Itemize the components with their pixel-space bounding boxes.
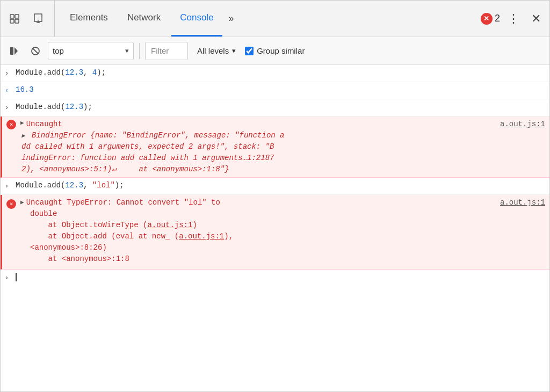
error-line-2: at Object.toWireType (a.out.js:1) [30, 220, 545, 231]
error-details: ▶ BindingError {name: "BindingError", me… [21, 130, 545, 175]
error-title: Uncaught [26, 119, 62, 130]
error-count: 2 [495, 13, 500, 24]
levels-label: All levels [197, 46, 229, 55]
svg-rect-4 [10, 47, 13, 55]
svg-rect-3 [15, 19, 19, 23]
error-line-5: at <anonymous>:1:8 [30, 253, 545, 265]
levels-dropdown[interactable]: All levels ▾ [191, 42, 242, 60]
svg-line-7 [33, 48, 39, 54]
error-icon-2: ✕ [6, 199, 16, 209]
context-label: top [53, 46, 121, 55]
svg-marker-5 [15, 47, 18, 55]
error-line-1: double [30, 208, 545, 220]
toolbar-divider [139, 43, 140, 59]
row-content: Module.add(12.3, 4); [16, 67, 545, 78]
input-content [16, 272, 545, 283]
error-title-2: Uncaught TypeError: Cannot convert "lol"… [26, 197, 545, 208]
close-button[interactable]: ✕ [527, 10, 545, 28]
console-input-row[interactable]: › [1, 270, 549, 287]
svg-rect-1 [15, 14, 19, 18]
group-similar-check[interactable] [245, 47, 254, 55]
toolbar: top ▾ Filter All levels ▾ Group similar [1, 37, 549, 65]
error-header-2: ▶ Uncaught TypeError: Cannot convert "lo… [20, 197, 545, 208]
expand-arrow-icon[interactable]: › [5, 182, 12, 191]
command-text: Module.add(12.3, 4); [16, 68, 106, 77]
svg-rect-2 [10, 19, 14, 23]
svg-rect-0 [10, 14, 14, 18]
result-arrow-icon: ‹ [5, 86, 12, 96]
tab-errors: ✕ 2 ⋮ ✕ [481, 10, 545, 28]
row-content: Module.add(12.3, "lol"); [16, 180, 545, 191]
error-detail-text: BindingError {name: "BindingError", mess… [21, 131, 285, 173]
console-row: › Module.add(12.3, 4); [1, 65, 549, 82]
command-text: Module.add(12.3, "lol"); [16, 181, 124, 190]
result-text: 16.3 [16, 85, 34, 94]
error-expand-icon-2[interactable]: ▶ [20, 198, 24, 207]
filter-input[interactable]: Filter [145, 42, 188, 60]
tab-elements[interactable]: Elements [61, 1, 117, 37]
row-content: 16.3 [16, 84, 545, 96]
group-similar-label: Group similar [257, 46, 305, 55]
console-error-row: ✕ ▶ Uncaught a.out.js:1 ▶ BindingError {… [1, 117, 549, 178]
error-icon: ✕ [6, 120, 16, 129]
block-button[interactable] [26, 42, 45, 60]
tab-network[interactable]: Network [119, 1, 169, 37]
console-error-row-2: ✕ ▶ Uncaught TypeError: Cannot convert "… [1, 195, 549, 270]
tab-console[interactable]: Console [171, 1, 222, 37]
console-row: ‹ 16.3 [1, 82, 549, 99]
error-line-3: at Object.add (eval at new_ (a.out.js:1)… [30, 231, 545, 242]
error-circle-icon: ✕ [481, 13, 493, 25]
error-details-2: double at Object.toWireType (a.out.js:1)… [21, 208, 545, 265]
input-prompt: › [5, 273, 12, 283]
error-line-4: <anonymous>:8:26) [30, 242, 545, 253]
tab-bar: Elements Network Console » ✕ 2 ⋮ ✕ [1, 1, 549, 37]
console-row: › Module.add(12.3, "lol"); [1, 178, 549, 195]
error-expand-detail-icon[interactable]: ▶ [21, 133, 25, 139]
error-content-2: ▶ Uncaught TypeError: Cannot convert "lo… [20, 197, 545, 265]
error-content: ▶ Uncaught a.out.js:1 ▶ BindingError {na… [20, 119, 545, 175]
dropdown-arrow-icon: ▾ [125, 47, 129, 55]
expand-arrow-icon[interactable]: › [5, 69, 12, 78]
error-header: ▶ Uncaught a.out.js:1 [20, 119, 545, 130]
expand-arrow-icon[interactable]: › [5, 103, 12, 113]
group-similar-checkbox[interactable]: Group similar [245, 46, 305, 55]
tab-icons [5, 1, 55, 37]
error-expand-icon[interactable]: ▶ [20, 119, 24, 130]
console-row: › Module.add(12.3); [1, 99, 549, 117]
error-link[interactable]: a.out.js:1 [500, 119, 545, 130]
error-badge: ✕ 2 [481, 13, 500, 25]
cursor [16, 273, 17, 281]
three-dot-menu[interactable]: ⋮ [503, 10, 524, 28]
context-selector[interactable]: top ▾ [48, 42, 134, 60]
play-button[interactable] [5, 42, 23, 60]
filter-label: Filter [151, 46, 169, 55]
inspect-icon-btn[interactable] [28, 9, 48, 28]
row-content: Module.add(12.3); [16, 101, 545, 113]
tab-more[interactable]: » [225, 10, 238, 27]
cursor-icon-btn[interactable] [5, 9, 24, 28]
command-text: Module.add(12.3); [16, 103, 92, 111]
console-output: › Module.add(12.3, 4); ‹ 16.3 › Module.a… [1, 65, 549, 392]
levels-arrow-icon: ▾ [232, 47, 236, 55]
